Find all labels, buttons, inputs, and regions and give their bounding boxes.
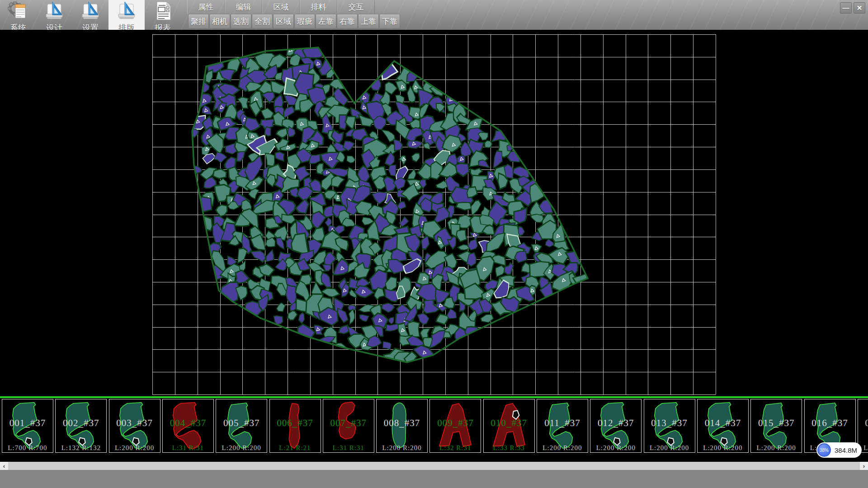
piece-thumbnail-strip: 001_#37 L:700 R:700 002_#37 L:132 R:132 …: [0, 398, 868, 462]
module-buttons: 系统 设计 设置 排版 报表: [0, 0, 181, 30]
piece-shape: [270, 399, 321, 452]
menu-item-4[interactable]: 排料: [300, 0, 337, 14]
menu-bar: 属性编辑区域排料交互: [187, 0, 375, 14]
piece-thumbnail-006_#37[interactable]: 006_#37 L:21 R:21: [269, 399, 321, 453]
tool-button-7[interactable]: 左靠: [316, 14, 336, 28]
set-square-icon: [80, 1, 101, 22]
piece-thumbnail-003_#37[interactable]: 003_#37 L:200 R:200: [109, 399, 160, 453]
piece-thumbnail-001_#37[interactable]: 001_#37 L:700 R:700: [2, 399, 53, 453]
piece-thumbnail-010_#37[interactable]: 010_#37 L:33 R:33: [483, 399, 535, 453]
module-button-4[interactable]: 排版: [108, 0, 145, 30]
piece-thumbnail-005_#37[interactable]: 005_#37 L:200 R:200: [216, 399, 267, 453]
module-button-1[interactable]: 系统: [0, 0, 36, 30]
tool-button-2[interactable]: 相机: [209, 14, 230, 28]
tool-button-10[interactable]: 下靠: [379, 14, 400, 28]
horizontal-scrollbar[interactable]: ‹ ›: [0, 462, 868, 470]
minimize-button[interactable]: —: [840, 2, 852, 14]
piece-thumbnail-007_#37[interactable]: 007_#37 L:31 R:31: [323, 399, 374, 453]
scroll-left-button[interactable]: ‹: [0, 462, 8, 470]
memory-usage-pill: 38% 384.8M: [816, 442, 862, 458]
tool-button-3[interactable]: 选割: [231, 14, 251, 28]
piece-shape: [644, 399, 695, 452]
piece-thumbnail-015_#37[interactable]: 015_#37 L:200 R:200: [750, 399, 802, 453]
piece-thumbnail-011_#37[interactable]: 011_#37 L:200 R:200: [537, 399, 588, 453]
piece-shape: [109, 399, 160, 452]
top-toolbar: 系统 设计 设置 排版 报表 属性编辑区域排料交互 聚排相机选割: [0, 0, 868, 30]
piece-thumbnail-004_#37[interactable]: 004_#37 L:31 R:31: [162, 399, 214, 453]
menu-item-1[interactable]: 属性: [187, 0, 225, 14]
piece-thumbnail-013_#37[interactable]: 013_#37 L:200 R:200: [644, 399, 695, 453]
piece-thumbnail-014_#37[interactable]: 014_#37 L:200 R:200: [697, 399, 749, 453]
memory-value: 384.8M: [835, 446, 857, 454]
menu-item-2[interactable]: 编辑: [225, 0, 262, 14]
tool-button-8[interactable]: 右靠: [337, 14, 358, 28]
window-controls: —✕: [840, 2, 865, 14]
menu-item-3[interactable]: 区域: [262, 0, 300, 14]
piece-shape: [163, 399, 214, 452]
gear-document-icon: [8, 1, 28, 22]
piece-shape: [590, 399, 642, 452]
progress-circle: 38%: [817, 443, 831, 457]
report-icon: [152, 1, 173, 22]
tool-button-6[interactable]: 瑕疵: [294, 14, 315, 28]
piece-shape: [751, 399, 802, 452]
piece-thumbnail-009_#37[interactable]: 009_#37 L:32 R:31: [429, 399, 481, 453]
module-button-5[interactable]: 报表: [145, 0, 181, 30]
tool-button-9[interactable]: 上靠: [358, 14, 379, 28]
scroll-right-button[interactable]: ›: [860, 462, 868, 470]
module-button-3[interactable]: 设置: [72, 0, 108, 30]
piece-shape: [377, 399, 428, 452]
piece-shape: [430, 399, 481, 452]
piece-thumbnail-012_#37[interactable]: 012_#37 L:200 R:200: [590, 399, 642, 453]
piece-shape: [323, 399, 374, 452]
piece-shape: [56, 399, 107, 452]
set-square-icon: [44, 1, 65, 22]
piece-shape: [2, 399, 53, 452]
tool-button-5[interactable]: 区域: [273, 14, 294, 28]
menu-item-5[interactable]: 交互: [337, 0, 375, 14]
piece-thumbnail-008_#37[interactable]: 008_#37 L:200 R:200: [376, 399, 428, 453]
status-bar: [0, 470, 868, 488]
tool-button-1[interactable]: 聚排: [188, 14, 209, 28]
tool-buttons-bar: 聚排相机选割全割区域瑕疵左靠右靠上靠下靠: [188, 14, 400, 28]
set-square-icon: [116, 1, 137, 22]
nesting-canvas[interactable]: [0, 30, 868, 397]
close-button[interactable]: ✕: [854, 2, 865, 14]
piece-shape: [537, 399, 588, 452]
piece-shape: [216, 399, 267, 452]
piece-shape: [698, 399, 749, 452]
tool-button-4[interactable]: 全割: [252, 14, 273, 28]
piece-thumbnail-002_#37[interactable]: 002_#37 L:132 R:132: [55, 399, 107, 453]
module-button-2[interactable]: 设计: [36, 0, 72, 30]
piece-shape: [484, 399, 535, 452]
